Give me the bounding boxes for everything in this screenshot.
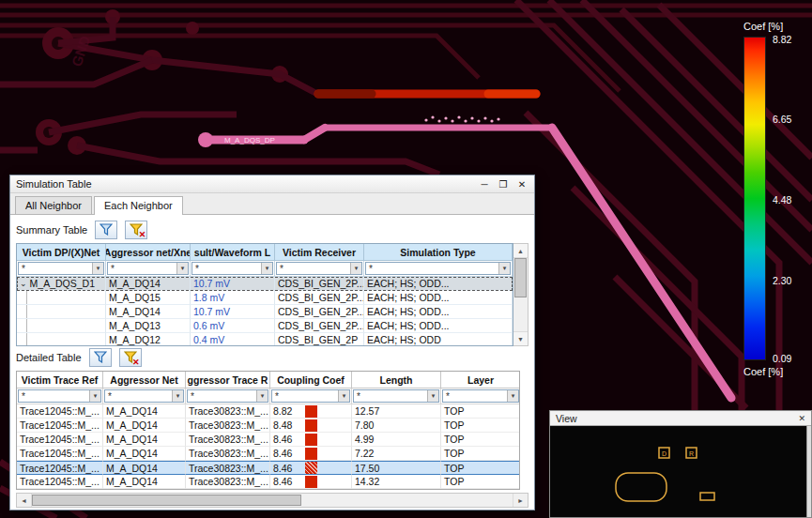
table-cell-result-link[interactable]: 0.4 mV bbox=[191, 333, 275, 346]
column-header[interactable]: Victim Trace Ref bbox=[17, 372, 103, 388]
filter-combo[interactable]: *▾ bbox=[107, 262, 189, 275]
filter-combo[interactable]: *▾ bbox=[187, 389, 268, 403]
tab-all-neighbor[interactable]: All Neighbor bbox=[15, 196, 92, 214]
detailed-table-row[interactable]: Trace12045::M_... M_A_DQ14 Trace30823::M… bbox=[17, 447, 519, 461]
filter-combo[interactable]: *▾ bbox=[18, 389, 101, 403]
filter-combo[interactable]: *▾ bbox=[442, 389, 519, 403]
chevron-down-icon[interactable]: ▾ bbox=[89, 390, 100, 402]
chevron-down-icon[interactable]: ▾ bbox=[256, 390, 268, 402]
expand-caret-icon[interactable]: ⌄ bbox=[20, 279, 27, 288]
table-cell: TOP bbox=[441, 475, 520, 489]
column-header[interactable]: Simulation Type bbox=[364, 244, 513, 261]
filter-combo[interactable]: *▾ bbox=[271, 389, 350, 403]
filter-combo[interactable]: *▾ bbox=[365, 262, 511, 275]
summary-table: Victim DP/(X)Net Aggressor net/Xne sult/… bbox=[16, 243, 529, 346]
chevron-down-icon[interactable]: ▾ bbox=[92, 263, 103, 274]
column-header[interactable]: Coupling Coef bbox=[270, 372, 352, 388]
scroll-up-icon[interactable]: ▲ bbox=[513, 244, 528, 258]
summary-table-row[interactable]: ⌄M_A_DQS_D1 M_A_DQ14 10.7 mV CDS_BI_GEN_… bbox=[17, 277, 513, 291]
filter-value: * bbox=[272, 391, 338, 402]
minimize-button[interactable]: ─ bbox=[478, 179, 491, 190]
coef-value: 8.46 bbox=[273, 463, 305, 474]
chevron-down-icon[interactable]: ▾ bbox=[176, 263, 188, 274]
chevron-down-icon[interactable]: ▾ bbox=[172, 390, 183, 402]
table-cell bbox=[17, 291, 106, 305]
filter-value: * bbox=[277, 264, 350, 274]
coupling-coef-bar bbox=[305, 448, 317, 460]
app-root: GND M_A_DQS_DP Coef [%] bbox=[0, 0, 812, 518]
scrollbar-thumb[interactable] bbox=[514, 258, 527, 297]
summary-table-row[interactable]: M_A_DQ13 0.6 mV CDS_BI_GEN_2P... EACH; H… bbox=[17, 319, 513, 333]
chevron-down-icon[interactable]: ▾ bbox=[261, 263, 272, 274]
table-cell: TOP bbox=[441, 404, 520, 419]
table-cell-result-link[interactable]: 10.7 mV bbox=[191, 305, 275, 319]
scrollbar-thumb[interactable] bbox=[32, 495, 301, 506]
table-cell: CDS_BI_GEN_2P... bbox=[275, 291, 364, 305]
summary-table-row[interactable]: M_A_DQ12 0.4 mV CDS_BI_GEN_2P EACH; HS; … bbox=[17, 333, 513, 346]
filter-combo[interactable]: *▾ bbox=[104, 389, 184, 403]
view-panel-canvas[interactable]: D R bbox=[550, 426, 811, 517]
scroll-left-icon[interactable]: ◄ bbox=[17, 494, 32, 507]
chevron-down-icon[interactable]: ▾ bbox=[498, 263, 510, 274]
table-cell bbox=[17, 333, 106, 346]
column-header[interactable]: ggressor Trace R bbox=[186, 372, 270, 388]
close-icon[interactable]: ✕ bbox=[798, 414, 805, 423]
summary-table-row[interactable]: M_A_DQ14 10.7 mV CDS_BI_GEN_2P... EACH; … bbox=[17, 305, 513, 319]
column-header[interactable]: Aggressor net/Xne bbox=[106, 244, 191, 261]
chevron-down-icon[interactable]: ▾ bbox=[350, 263, 361, 274]
maximize-button[interactable]: ❐ bbox=[497, 179, 510, 190]
window-titlebar[interactable]: Simulation Table ─ ❐ ✕ bbox=[10, 175, 534, 193]
horizontal-scrollbar[interactable]: ◄ ► bbox=[16, 493, 529, 508]
tree-guide-line bbox=[26, 333, 27, 346]
filter-combo[interactable]: *▾ bbox=[353, 389, 439, 403]
summary-table-row[interactable]: M_A_DQ15 1.8 mV CDS_BI_GEN_2P... EACH; H… bbox=[17, 291, 513, 305]
summary-clear-filter-button[interactable]: ✕ bbox=[125, 221, 147, 239]
detailed-table-row-selected[interactable]: Trace12045::M_... M_A_DQ14 Trace30823::M… bbox=[17, 461, 519, 475]
table-cell-result-link[interactable]: 1.8 mV bbox=[191, 291, 275, 305]
filter-value: * bbox=[192, 264, 261, 274]
column-header[interactable]: Aggressor Net bbox=[103, 372, 186, 388]
legend-tick: 6.65 bbox=[773, 114, 791, 125]
chevron-down-icon[interactable]: ▾ bbox=[507, 390, 518, 402]
table-cell-coef: 8.46 bbox=[270, 447, 352, 461]
table-cell: ⌄M_A_DQS_D1 bbox=[17, 277, 106, 291]
filter-combo[interactable]: *▾ bbox=[192, 262, 273, 275]
detailed-filter-button[interactable] bbox=[89, 348, 112, 367]
coef-value: 8.46 bbox=[273, 448, 305, 459]
column-header[interactable]: sult/Waveform L bbox=[191, 244, 275, 261]
filter-combo[interactable]: *▾ bbox=[18, 262, 104, 275]
detailed-table-row[interactable]: Trace12045::M_... M_A_DQ14 Trace30823::M… bbox=[17, 404, 519, 419]
table-cell: Trace12045::M_... bbox=[17, 461, 103, 475]
detailed-clear-filter-button[interactable]: ✕ bbox=[119, 348, 142, 367]
scrollbar-track[interactable] bbox=[513, 258, 528, 331]
table-cell-result-link[interactable]: 10.7 mV bbox=[191, 277, 275, 291]
column-header[interactable]: Victim Receiver bbox=[275, 244, 364, 261]
view-panel-header[interactable]: View ✕ bbox=[550, 411, 811, 426]
table-cell-result-link[interactable]: 0.6 mV bbox=[191, 319, 275, 333]
filter-combo[interactable]: *▾ bbox=[276, 262, 362, 275]
chevron-down-icon[interactable]: ▾ bbox=[427, 390, 438, 402]
coef-value: 8.46 bbox=[273, 434, 305, 445]
column-header[interactable]: Length bbox=[352, 372, 441, 388]
column-header[interactable]: Victim DP/(X)Net bbox=[17, 244, 106, 261]
close-button[interactable]: ✕ bbox=[515, 179, 529, 190]
filter-value: * bbox=[354, 391, 427, 402]
detailed-table-row[interactable]: Trace12045::M_... M_A_DQ14 Trace30823::M… bbox=[17, 433, 519, 447]
table-cell: 12.57 bbox=[352, 404, 441, 419]
table-cell: 7.80 bbox=[352, 419, 441, 433]
scroll-right-icon[interactable]: ► bbox=[513, 494, 528, 507]
detailed-table-row[interactable]: Trace12045::M_... M_A_DQ14 Trace30823::M… bbox=[17, 475, 519, 489]
summary-vertical-scrollbar[interactable]: ▲ ▼ bbox=[513, 243, 529, 346]
tab-strip: All Neighbor Each Neighbor bbox=[10, 193, 534, 214]
detailed-filter-row: *▾ *▾ *▾ *▾ *▾ *▾ bbox=[17, 388, 519, 404]
filter-value: * bbox=[108, 264, 176, 274]
summary-filter-button[interactable] bbox=[95, 221, 117, 239]
view-scrollbar[interactable] bbox=[806, 426, 811, 517]
column-header[interactable]: Layer bbox=[441, 372, 520, 388]
scroll-down-icon[interactable]: ▼ bbox=[513, 331, 528, 345]
scrollbar-track[interactable] bbox=[32, 494, 513, 507]
table-cell: CDS_BI_GEN_2P... bbox=[275, 319, 364, 333]
chevron-down-icon[interactable]: ▾ bbox=[338, 390, 349, 402]
detailed-table-row[interactable]: Trace12045::M_... M_A_DQ14 Trace30823::M… bbox=[17, 419, 519, 433]
tab-each-neighbor[interactable]: Each Neighbor bbox=[94, 196, 183, 215]
